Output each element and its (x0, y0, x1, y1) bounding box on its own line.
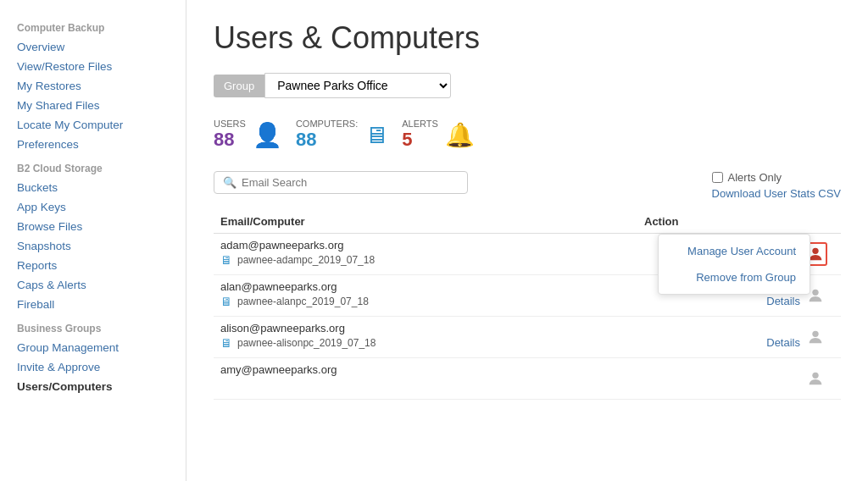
users-stat: USERS 88 👤 (214, 119, 282, 151)
sidebar-item-view-restore[interactable]: View/Restore Files (0, 57, 186, 76)
table-row: amy@pawneeparks.org (214, 358, 841, 400)
sidebar-item-users-computers[interactable]: Users/Computers (0, 377, 186, 396)
sidebar-item-invite-approve[interactable]: Invite & Approve (0, 357, 186, 377)
users-label: USERS (214, 119, 246, 129)
sidebar-item-caps-alerts[interactable]: Caps & Alerts (0, 275, 186, 295)
computer-icon: 🖥 (364, 121, 388, 149)
user-avatar-icon (804, 367, 827, 390)
action-avatar-button[interactable] (800, 363, 831, 394)
sidebar-item-app-keys[interactable]: App Keys (0, 197, 186, 217)
group-select[interactable]: Pawnee Parks OfficeAll Groups (264, 73, 451, 98)
action-avatar-button[interactable] (800, 322, 831, 352)
sidebar-item-locate-computer[interactable]: Locate My Computer (0, 115, 186, 135)
alerts-label: ALERTS (402, 119, 438, 129)
user-email: alison@pawneeparks.org (220, 322, 631, 334)
sidebar-item-overview[interactable]: Overview (0, 37, 186, 57)
right-options: Alerts Only Download User Stats CSV (712, 171, 841, 200)
computer-name: pawnee-adampc_2019_07_18 (237, 254, 375, 266)
sidebar-item-snapshots[interactable]: Snapshots (0, 236, 186, 256)
details-link[interactable]: Details (766, 336, 800, 349)
computer-name: pawnee-alisonpc_2019_07_18 (237, 337, 376, 349)
user-avatar-icon (804, 325, 827, 349)
sidebar-item-my-restores[interactable]: My Restores (0, 76, 186, 96)
action-dropdown-menu: Manage User AccountRemove from Group (658, 234, 810, 295)
svg-point-2 (812, 331, 818, 337)
svg-point-1 (812, 290, 818, 296)
users-value: 88 (214, 129, 246, 151)
computer-name: pawnee-alanpc_2019_07_18 (237, 296, 369, 307)
computers-value: 88 (296, 129, 358, 151)
computer-icon: 🖥 (220, 253, 232, 267)
search-icon: 🔍 (223, 176, 236, 189)
stats-row: USERS 88 👤 COMPUTERS: 88 🖥 ALERTS 5 🔔 (214, 119, 841, 151)
alerts-only-checkbox[interactable] (712, 172, 723, 183)
alerts-value: 5 (402, 129, 438, 151)
sidebar-item-group-management[interactable]: Group Management (0, 338, 186, 357)
search-input[interactable] (242, 176, 459, 189)
computer-icon: 🖥 (220, 295, 232, 308)
user-email: amy@pawneeparks.org (220, 363, 631, 376)
remove-from-group-item[interactable]: Remove from Group (659, 264, 810, 290)
svg-point-0 (812, 248, 818, 254)
sidebar-item-browse-files[interactable]: Browse Files (0, 217, 186, 236)
page-title: Users & Computers (214, 20, 841, 56)
user-email-cell: adam@pawneeparks.org🖥pawnee-adampc_2019_… (214, 234, 637, 275)
users-table: Email/Computer Action adam@pawneeparks.o… (214, 210, 841, 400)
alerts-only-row: Alerts Only (712, 171, 841, 184)
sidebar-section-title: Computer Backup (0, 14, 186, 37)
sidebar-item-my-shared-files[interactable]: My Shared Files (0, 96, 186, 115)
svg-point-3 (812, 373, 818, 379)
search-options-row: 🔍 Alerts Only Download User Stats CSV (214, 171, 841, 200)
action-cell: Manage User AccountRemove from Group (637, 234, 841, 275)
computers-label: COMPUTERS: (296, 119, 358, 129)
action-cell (637, 358, 841, 400)
user-email-cell: alison@pawneeparks.org🖥pawnee-alisonpc_2… (214, 317, 637, 358)
sidebar-item-fireball[interactable]: Fireball (0, 295, 186, 314)
sidebar: Computer BackupOverviewView/Restore File… (0, 0, 186, 481)
sidebar-item-reports[interactable]: Reports (0, 256, 186, 275)
computer-row: 🖥pawnee-adampc_2019_07_18 (220, 253, 631, 267)
computer-row: 🖥pawnee-alisonpc_2019_07_18 (220, 336, 631, 350)
computer-row: 🖥pawnee-alanpc_2019_07_18 (220, 295, 631, 308)
alerts-stat: ALERTS 5 🔔 (402, 119, 475, 151)
table-header: Email/Computer Action (214, 210, 841, 234)
main-content: Users & Computers Group Pawnee Parks Off… (186, 0, 868, 481)
table-row: alison@pawneeparks.org🖥pawnee-alisonpc_2… (214, 317, 841, 358)
user-email-cell: alan@pawneeparks.org🖥pawnee-alanpc_2019_… (214, 275, 637, 317)
alerts-only-label: Alerts Only (728, 171, 782, 184)
table-row: adam@pawneeparks.org🖥pawnee-adampc_2019_… (214, 234, 841, 275)
user-icon: 👤 (253, 121, 282, 149)
sidebar-section-title: Business Groups (0, 314, 186, 338)
search-box: 🔍 (214, 171, 468, 194)
col-action-header: Action (637, 210, 841, 234)
sidebar-item-preferences[interactable]: Preferences (0, 135, 186, 154)
user-email: alan@pawneeparks.org (220, 280, 631, 293)
bell-icon: 🔔 (445, 121, 475, 149)
computers-stat: COMPUTERS: 88 🖥 (296, 119, 388, 151)
computer-icon: 🖥 (220, 336, 232, 350)
user-email: adam@pawneeparks.org (220, 239, 631, 252)
manage-user-account-item[interactable]: Manage User Account (659, 238, 810, 264)
user-email-cell: amy@pawneeparks.org (214, 358, 637, 400)
group-label: Group (214, 75, 264, 97)
details-link[interactable]: Details (766, 295, 800, 307)
download-csv-link[interactable]: Download User Stats CSV (712, 187, 841, 200)
group-selector-row: Group Pawnee Parks OfficeAll Groups (214, 73, 841, 98)
action-cell: Details (637, 317, 841, 358)
sidebar-section-title: B2 Cloud Storage (0, 154, 186, 178)
col-email-header: Email/Computer (214, 210, 637, 234)
sidebar-item-buckets[interactable]: Buckets (0, 178, 186, 197)
